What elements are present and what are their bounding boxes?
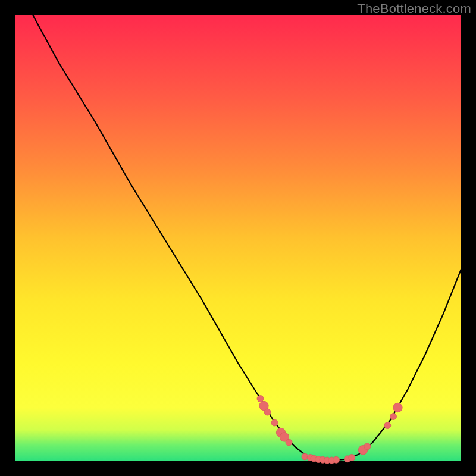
- bottleneck-curve: [33, 15, 461, 461]
- chart-stage: TheBottleneck.com: [0, 0, 476, 476]
- curve-layer: [15, 15, 461, 461]
- marker-point: [393, 403, 402, 412]
- marker-point: [271, 419, 278, 426]
- marker-point: [286, 439, 292, 446]
- plot-area: [15, 15, 461, 461]
- marker-point: [257, 396, 264, 402]
- marker-point: [349, 455, 355, 461]
- marker-point: [264, 409, 271, 415]
- marker-point: [390, 414, 397, 420]
- markers-group: [257, 396, 402, 464]
- marker-point: [384, 422, 391, 429]
- marker-point: [333, 456, 340, 463]
- marker-point: [364, 443, 371, 450]
